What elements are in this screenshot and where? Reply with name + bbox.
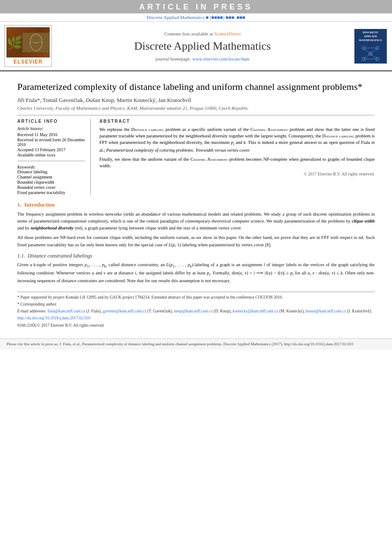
article-info-column: ARTICLE INFO Article history: Received 1…	[17, 119, 91, 195]
accepted-date: Accepted 13 February 2017	[17, 147, 85, 152]
email-koutecky[interactable]: koutecky@kam.mff.cuni.cz	[233, 309, 278, 313]
subsection-1-1-name: Distance constrained labelings	[28, 253, 92, 259]
intro-paragraph-2: All these problems are NP-hard even for …	[17, 234, 375, 248]
journal-logo-box: DISCRETEAPPLIEDMATHEMATICS	[354, 29, 387, 64]
online-date: Available online xxxx	[17, 153, 85, 157]
email-gavento[interactable]: gavento@kam.mff.cuni.cz	[103, 309, 147, 313]
abstract-copyright: © 2017 Elsevier B.V. All rights reserved…	[99, 172, 375, 176]
section-1-title: 1. Introduction	[17, 201, 375, 208]
intro-paragraph-1: The frequency assignment problem in wire…	[17, 211, 375, 232]
sciencedirect-line: Contents lists available at ScienceDirec…	[164, 31, 241, 36]
journal-ref-text: Discrete Applied Mathematics ■ (■■■■) ■■…	[147, 15, 245, 20]
keyword-1: Distance labeling	[17, 169, 85, 174]
article-info-divider	[17, 161, 85, 161]
page: ARTICLE IN PRESS Discrete Applied Mathem…	[0, 0, 392, 535]
journal-homepage: journal homepage: www.elsevier.com/locat…	[156, 56, 249, 61]
journal-header: ⚜ ELSEVIER Contents lists available at S…	[0, 22, 392, 71]
email-fiala[interactable]: fiala@kam.mff.cuni.cz	[48, 309, 85, 313]
journal-center: Contents lists available at ScienceDirec…	[56, 25, 349, 67]
abstract-paragraph-2: Finally, we show that the uniform varian…	[99, 156, 375, 169]
article-info-heading: ARTICLE INFO	[17, 119, 85, 124]
footnote-issn: 0166-218X/© 2017 Elsevier B.V. All right…	[17, 323, 375, 328]
keyword-3: Bounded cliquewidth	[17, 180, 85, 185]
sciencedirect-link[interactable]: ScienceDirect	[214, 31, 241, 36]
email-honza[interactable]: honza@kam.mff.cuni.cz	[306, 309, 346, 313]
article-in-press-banner: ARTICLE IN PRESS	[0, 0, 392, 13]
section-1-number: 1.	[17, 201, 22, 208]
keyword-2: Channel assignment	[17, 175, 85, 179]
footnote-support: * Paper supported by project Kontakt LH …	[17, 295, 375, 300]
subsection-1-1-paragraph: Given a k-tuple of positive integers p1,…	[17, 261, 375, 285]
keywords-label: Keywords:	[17, 165, 85, 169]
title-footnote: *	[357, 81, 362, 92]
abstract-paragraph-1: We rephrase the Distance labeling proble…	[99, 126, 375, 153]
bottom-bar-text: Please cite this article in press as: J.…	[6, 342, 353, 346]
paper-title: Parameterized complexity of distance lab…	[17, 81, 375, 93]
footnote-corresponding: * Corresponding author.	[17, 302, 375, 307]
section-1-name: Introduction	[24, 201, 55, 208]
elsevier-logo-image: ⚜	[6, 27, 50, 57]
homepage-url[interactable]: www.elsevier.com/locate/dam	[192, 56, 249, 61]
two-column-section: ARTICLE INFO Article history: Received 1…	[17, 115, 375, 195]
paper-title-text: Parameterized complexity of distance lab…	[17, 81, 357, 92]
abstract-column: ABSTRACT We rephrase the Distance labeli…	[99, 119, 375, 195]
revised-date: Received in revised form 26 December 201…	[17, 137, 85, 147]
banner-text: ARTICLE IN PRESS	[139, 3, 253, 11]
footnote-section: * Paper supported by project Kontakt LH …	[17, 292, 375, 328]
homepage-label: journal homepage:	[156, 56, 191, 61]
svg-text:⚜: ⚜	[35, 42, 37, 45]
journal-logo-title: DISCRETEAPPLIEDMATHEMATICS	[359, 31, 382, 42]
keyword-4: Bounded vertex cover	[17, 185, 85, 190]
elsevier-name: ELSEVIER	[13, 59, 42, 65]
sciencedirect-label: Contents lists available at	[164, 31, 213, 36]
bottom-bar: Please cite this article in press as: J.…	[0, 338, 392, 350]
received-date: Received 11 May 2016	[17, 132, 85, 137]
journal-logo-right: DISCRETEAPPLIEDMATHEMATICS	[353, 25, 388, 67]
journal-logo-graph	[359, 44, 382, 62]
email-knop[interactable]: knop@kam.mff.cuni.cz	[174, 309, 213, 313]
journal-ref-bar: Discrete Applied Mathematics ■ (■■■■) ■■…	[0, 13, 392, 22]
elsevier-logo: ⚜ ELSEVIER	[4, 25, 52, 67]
history-label: Article history:	[17, 126, 85, 131]
journal-title: Discrete Applied Mathematics	[134, 40, 271, 53]
main-content: Parameterized complexity of distance lab…	[0, 71, 392, 334]
abstract-heading: ABSTRACT	[99, 119, 375, 124]
paper-affiliation: Charles University, Faculty of Mathemati…	[17, 105, 375, 111]
subsection-1-1-title: 1.1. Distance constrained labelings	[17, 253, 375, 259]
doi-link[interactable]: http://dx.doi.org/10.1016/j.dam.2017.02.…	[17, 316, 90, 320]
emails-label: E-mail addresses:	[17, 309, 46, 313]
footnote-doi: http://dx.doi.org/10.1016/j.dam.2017.02.…	[17, 315, 375, 321]
keywords-list: Keywords: Distance labeling Channel assi…	[17, 165, 85, 195]
keyword-5: Fixed parameter tractability	[17, 190, 85, 195]
paper-authors: Jiří Fiala*, Tomáš Gavenčiak, Dušan Knop…	[17, 97, 375, 104]
subsection-1-1-number: 1.1.	[17, 253, 25, 259]
footnote-emails: E-mail addresses: fiala@kam.mff.cuni.cz …	[17, 309, 375, 314]
